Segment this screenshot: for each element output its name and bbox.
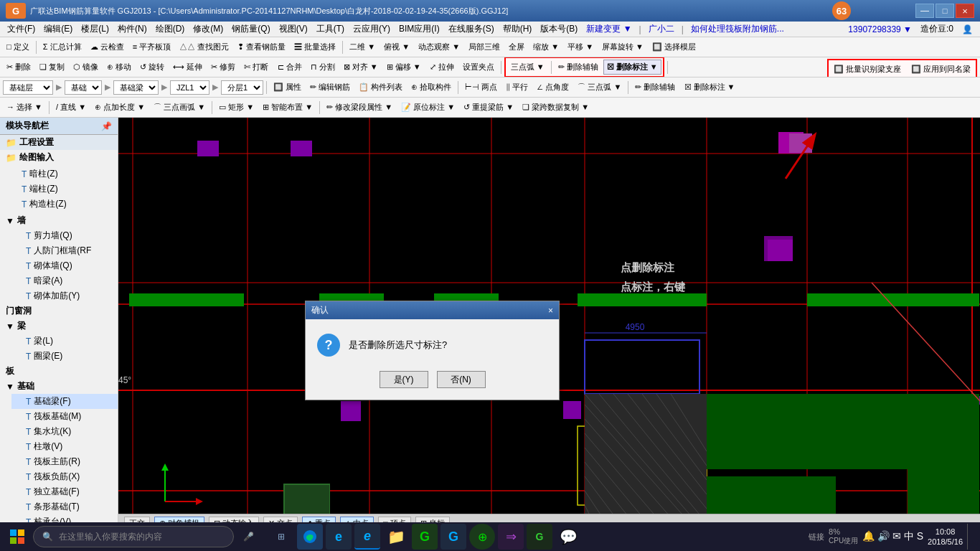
taskbar-search[interactable]: 🔍 在这里输入你要搜索的内容: [33, 526, 234, 547]
tb-2d[interactable]: 二维 ▼: [346, 39, 379, 55]
tb-cloud-check[interactable]: ☁ 云检查: [87, 39, 128, 55]
sidebar-cat-beam[interactable]: ▼ 梁: [0, 319, 118, 334]
sidebar-item-civil-wall[interactable]: T 人防门框墙(RF: [11, 243, 118, 258]
sublayer-select[interactable]: 基础: [65, 80, 102, 95]
taskbar-explorer[interactable]: 📁: [383, 524, 409, 550]
sidebar-item-dark-beam[interactable]: T 暗梁(A): [11, 273, 118, 288]
tb-set-grip[interactable]: 设置夹点: [459, 60, 498, 75]
sidebar-cat-wall[interactable]: ▼ 墙: [0, 213, 118, 228]
sidebar-item-found-beam[interactable]: T 基础梁(F): [11, 394, 118, 409]
sidebar-item-shear-wall[interactable]: T 剪力墙(Q): [11, 228, 118, 243]
sidebar-item-raft[interactable]: T 筏板基础(M): [11, 409, 118, 424]
menu-online[interactable]: 在线服务(S): [444, 22, 499, 37]
sidebar-item-dark-col[interactable]: T 暗柱(Z): [7, 166, 118, 182]
sidebar-pin[interactable]: 📌: [101, 121, 112, 131]
tb-align-top[interactable]: ≡ 平齐板顶: [129, 39, 174, 55]
tb-original-annotation[interactable]: 📝 原位标注 ▼: [397, 100, 458, 115]
tb-pick-component[interactable]: ⊕ 拾取构件: [407, 80, 455, 95]
tb-modify-segment[interactable]: ✏ 修改梁段属性 ▼: [323, 100, 396, 115]
sidebar-item-ring-beam[interactable]: T 圈梁(E): [11, 349, 118, 364]
menu-bim[interactable]: BIM应用(I): [395, 22, 444, 37]
menu-version[interactable]: 版本号(B): [536, 22, 582, 37]
taskbar-gjd[interactable]: G: [527, 524, 552, 550]
menu-help[interactable]: 帮助(H): [499, 22, 537, 37]
dialog-close-icon[interactable]: ×: [548, 306, 553, 316]
minimize-btn[interactable]: —: [915, 4, 934, 18]
taskbar-ie[interactable]: e: [326, 524, 352, 550]
menu-draw[interactable]: 绘图(D): [151, 22, 189, 37]
tb-dynamic[interactable]: 动态观察 ▼: [415, 39, 463, 55]
start-button[interactable]: [3, 524, 32, 550]
close-btn[interactable]: ×: [956, 4, 974, 18]
tb-trim[interactable]: ✂ 修剪: [207, 60, 239, 75]
taskbar-task-view[interactable]: ⊞: [268, 524, 294, 550]
tb-smart-layout[interactable]: ⊞ 智能布置 ▼: [259, 100, 316, 115]
menu-view[interactable]: 视图(V): [275, 22, 312, 37]
menu-component[interactable]: 构件(N): [113, 22, 151, 37]
tb-offset[interactable]: ⊞ 偏移 ▼: [383, 60, 425, 75]
elem-id-select[interactable]: JZL1: [170, 80, 209, 95]
tb-batch-select[interactable]: ☰ 批量选择: [291, 39, 339, 55]
sidebar-item-beam[interactable]: T 梁(L): [11, 334, 118, 349]
tb-rect[interactable]: ▭ 矩形 ▼: [215, 100, 258, 115]
taskbar-ie2[interactable]: e: [354, 524, 380, 550]
taskbar-green-app[interactable]: G: [412, 524, 438, 550]
tb-move[interactable]: ⊕ 移动: [103, 60, 135, 75]
tb-pan[interactable]: 平移 ▼: [564, 39, 597, 55]
tb-screen-rotate[interactable]: 屏幕旋转 ▼: [598, 39, 647, 55]
tb-delete-aux[interactable]: ✏ 删除辅轴: [555, 60, 602, 75]
tb-copy-span[interactable]: ❏ 梁跨数据复制 ▼: [519, 100, 593, 115]
sidebar-cat-door-window[interactable]: 门窗洞: [0, 303, 118, 319]
maximize-btn[interactable]: □: [936, 4, 954, 18]
tb-batch-identify[interactable]: 🔲 批量识别梁支座: [830, 62, 905, 77]
tb-arc[interactable]: ⌒ 三点画弧 ▼: [150, 100, 209, 115]
tb-edit-rebar[interactable]: ✏ 编辑钢筋: [306, 80, 354, 95]
menu-rebar[interactable]: 钢筋量(Q): [227, 22, 274, 37]
taskbar-edge[interactable]: [297, 524, 323, 550]
show-desktop[interactable]: [967, 524, 971, 550]
dialog-yes-btn[interactable]: 是(Y): [380, 371, 428, 388]
layer-select[interactable]: 基础层: [3, 80, 53, 95]
tb-delete-annotation2[interactable]: ☒ 删除标注 ▼: [681, 80, 739, 95]
tb-break[interactable]: ✄ 打断: [240, 60, 272, 75]
sidebar-item-masonry-wall[interactable]: T 砌体墙(Q): [11, 258, 118, 273]
tb-select[interactable]: → 选择 ▼: [3, 100, 46, 115]
sidebar-item-project-settings[interactable]: 📁 工程设置: [0, 135, 118, 150]
tb-three-arc2[interactable]: ⌒ 三点弧 ▼: [574, 80, 625, 95]
tb-top-view[interactable]: 俯视 ▼: [380, 39, 413, 55]
tb-point-length[interactable]: ⊕ 点加长度 ▼: [91, 100, 149, 115]
elem-type-select[interactable]: 基础梁: [113, 80, 159, 95]
tb-stretch[interactable]: ⤢ 拉伸: [426, 60, 458, 75]
sidebar-item-masonry-rebar[interactable]: T 砌体加筋(Y): [11, 288, 118, 303]
sidebar-item-draw-input[interactable]: 📁 绘图输入: [0, 150, 118, 165]
tb-mirror[interactable]: ⬡ 镜像: [70, 60, 102, 75]
tb-delete-aux2[interactable]: ✏ 删除辅轴: [631, 80, 679, 95]
sidebar-item-raft-rebar[interactable]: T 筏板主筋(R): [11, 454, 118, 469]
tb-merge[interactable]: ⊏ 合并: [274, 60, 306, 75]
sidebar-cat-slab[interactable]: 板: [0, 364, 118, 379]
tb-extend[interactable]: ⟷ 延伸: [169, 60, 206, 75]
tb-component-list[interactable]: 📋 构件列表: [355, 80, 406, 95]
tb-partial-3d[interactable]: 局部三维: [465, 39, 504, 55]
tb-property[interactable]: 🔲 属性: [270, 80, 305, 95]
taskbar-app-arrow[interactable]: ⇒: [498, 524, 524, 550]
tb-align[interactable]: ⊠ 对齐 ▼: [340, 60, 382, 75]
tb-calc[interactable]: Σ 汇总计算: [39, 39, 85, 55]
sidebar-cat-foundation[interactable]: ▼ 基础: [0, 379, 118, 394]
menu-file[interactable]: 文件(F): [3, 22, 39, 37]
dialog-no-btn[interactable]: 否(N): [437, 371, 486, 388]
menu-cloud[interactable]: 云应用(Y): [349, 22, 395, 37]
division-select[interactable]: 分层1: [221, 80, 263, 95]
tb-select-floor[interactable]: 🔲 选择模层: [649, 39, 699, 55]
sidebar-item-isolated-found[interactable]: T 独立基础(F): [11, 484, 118, 499]
tb-split[interactable]: ⊓ 分割: [307, 60, 339, 75]
sidebar-item-raft-neg[interactable]: T 筏板负筋(X): [11, 469, 118, 484]
sidebar-item-strip-found[interactable]: T 条形基础(T): [11, 499, 118, 514]
tb-find[interactable]: △△ 查找图元: [176, 39, 232, 55]
tb-define[interactable]: □ 定义: [3, 39, 33, 55]
taskbar-app-circle[interactable]: ⊕: [469, 524, 495, 550]
tb-apply-same-beam[interactable]: 🔲 应用到同名梁: [908, 62, 974, 77]
menu-new-change[interactable]: 新建变更 ▼: [582, 22, 636, 37]
tb-point-angle[interactable]: ∠ 点角度: [533, 80, 573, 95]
tb-three-arc[interactable]: 三点弧 ▼: [507, 60, 548, 75]
